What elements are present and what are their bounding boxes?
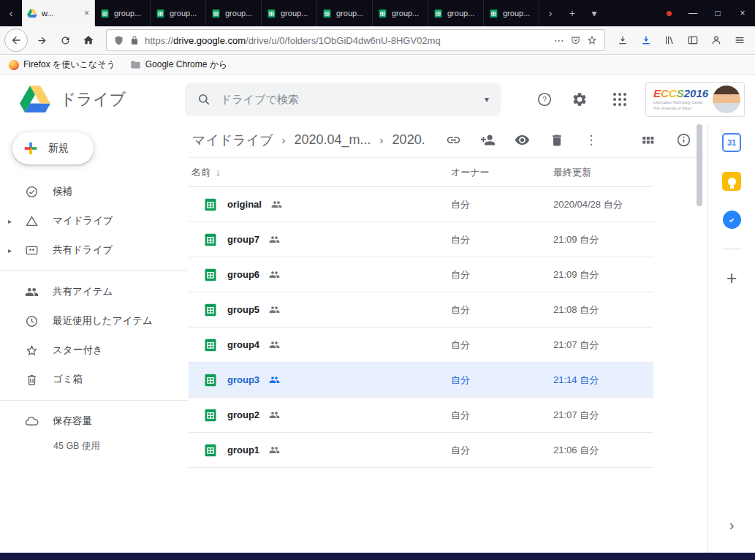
add-addon-button[interactable]: + (726, 269, 737, 287)
info-button[interactable] (675, 132, 691, 148)
breadcrumb-item[interactable]: 2020.04_m... (295, 132, 371, 148)
name-column-header[interactable]: 名前↓ (191, 166, 451, 179)
search-icon[interactable] (197, 92, 211, 107)
spreadsheet-favicon-icon (378, 9, 387, 18)
breadcrumb-item[interactable]: 2020. (392, 132, 425, 148)
account-badge[interactable]: ECCS2016 Information Technology Center T… (645, 82, 745, 117)
tab[interactable]: group... (317, 0, 373, 26)
chevron-left-icon: ‹ (10, 7, 13, 19)
table-row-selected[interactable]: group3 自分 21:14 自分 (189, 363, 653, 398)
tab[interactable]: group... (95, 0, 151, 26)
account-button[interactable] (705, 29, 727, 51)
bookmark-item[interactable]: Firefox を使いこなそう (9, 58, 115, 71)
google-apps-grid-button[interactable] (613, 93, 626, 106)
close-tab-icon[interactable]: × (84, 8, 89, 18)
sidebar-item-label: 共有ドライブ (53, 243, 113, 257)
maximize-button[interactable]: □ (705, 0, 730, 26)
table-row[interactable]: original 自分 2020/04/28 自分 (189, 187, 653, 222)
modified-column-header[interactable]: 最終更新 (553, 166, 653, 179)
forward-button[interactable] (31, 29, 53, 51)
tab[interactable]: group... (151, 0, 206, 26)
tasks-icon[interactable] (723, 211, 741, 229)
file-modified: 21:09 自分 (553, 268, 653, 281)
back-button[interactable] (4, 29, 28, 52)
downloads-tray-button[interactable] (612, 29, 634, 51)
avatar[interactable] (713, 86, 740, 113)
expand-arrow-icon[interactable]: ▸ (8, 217, 12, 225)
collapse-panel-chevron[interactable]: › (729, 517, 735, 534)
tab[interactable]: group... (428, 0, 484, 26)
sidebar-item-shared-drives[interactable]: ▸ 共有ドライブ (0, 235, 189, 265)
home-button[interactable] (77, 29, 99, 51)
get-link-button[interactable] (446, 132, 462, 148)
tab[interactable]: group... (373, 0, 428, 26)
expand-arrow-icon[interactable]: ▸ (8, 246, 12, 254)
pocket-icon[interactable] (570, 35, 581, 46)
more-actions-button[interactable]: ⋮ (583, 132, 599, 148)
minimize-button[interactable]: — (680, 0, 705, 26)
bookmark-star-icon[interactable] (586, 34, 598, 46)
url-host: drive.google.com (173, 35, 246, 46)
lightbulb-icon (728, 178, 736, 186)
tab[interactable]: group... (262, 0, 317, 26)
scroll-tabs-left-button[interactable]: ‹ (0, 0, 22, 26)
sidebar-item-recent[interactable]: 最近使用したアイテム (0, 306, 189, 336)
table-row[interactable]: group7 自分 21:09 自分 (189, 222, 653, 257)
delete-button[interactable] (549, 132, 565, 148)
sidebar-item-my-drive[interactable]: ▸ マイドライブ (0, 206, 189, 235)
share-button[interactable] (480, 132, 496, 148)
table-row[interactable]: group5 自分 21:08 自分 (189, 292, 653, 328)
tracking-shield-icon[interactable] (113, 35, 124, 46)
sidebar-item-shared-with-me[interactable]: 共有アイテム (0, 277, 189, 306)
table-row[interactable]: group4 自分 21:07 自分 (189, 328, 653, 363)
active-download-button[interactable] (635, 29, 657, 51)
preview-button[interactable] (515, 132, 531, 148)
download-arrow-icon (640, 34, 652, 46)
bookmark-folder[interactable]: Google Chrome から (130, 58, 228, 71)
page-actions-icon[interactable]: ⋯ (554, 34, 565, 46)
sidebar-item-starred[interactable]: スター付き (0, 336, 189, 365)
sort-down-icon[interactable]: ↓ (216, 167, 221, 178)
chevron-right-icon: › (549, 7, 553, 19)
library-button[interactable] (659, 29, 680, 51)
sidebar-item-trash[interactable]: ゴミ箱 (0, 365, 189, 394)
rail-divider (722, 249, 742, 249)
close-window-button[interactable]: × (730, 0, 755, 26)
tab[interactable]: group... (206, 0, 262, 26)
scroll-tabs-right-button[interactable]: › (539, 0, 561, 26)
keep-icon[interactable] (722, 172, 741, 191)
url-bar[interactable]: https://drive.google.com/drive/u/0/folde… (106, 29, 605, 51)
tab-active-drive[interactable]: w... × (22, 0, 95, 26)
table-row[interactable]: group6 自分 21:09 自分 (189, 257, 653, 292)
new-button[interactable]: 新規 (12, 132, 94, 164)
sidebar-toggle-button[interactable] (682, 29, 704, 51)
tab-bar: ‹ w... × group... group... group... grou… (0, 0, 755, 26)
search-options-caret-icon[interactable]: ▾ (485, 94, 489, 105)
new-tab-button[interactable]: + (561, 0, 583, 26)
owner-column-header[interactable]: オーナー (451, 166, 553, 179)
file-name: original (227, 199, 262, 210)
list-all-tabs-button[interactable]: ▾ (583, 0, 605, 26)
settings-button[interactable] (565, 85, 594, 114)
sidebar-item-priority[interactable]: 候補 (0, 177, 189, 206)
reload-button[interactable] (54, 29, 76, 51)
tab[interactable]: group... (484, 0, 539, 26)
side-panel-rail: 31 + › (707, 123, 755, 553)
breadcrumb-item[interactable]: マイドライブ (192, 132, 273, 149)
file-owner: 自分 (451, 268, 553, 281)
menu-button[interactable] (729, 29, 751, 51)
table-row[interactable]: group1 自分 21:06 自分 (189, 433, 653, 468)
sidebar-item-storage[interactable]: 保存容量 (0, 406, 189, 436)
file-modified: 21:07 自分 (553, 409, 653, 422)
vertical-scrollbar[interactable] (696, 123, 703, 553)
grid-view-button[interactable] (640, 132, 656, 148)
drive-logo-group[interactable]: ドライブ (20, 86, 185, 113)
search-bar[interactable]: ▾ (185, 83, 501, 116)
help-button[interactable]: ? (530, 85, 559, 114)
home-icon (83, 34, 94, 46)
search-input[interactable] (221, 93, 475, 105)
scrollbar-thumb[interactable] (697, 124, 702, 206)
lock-icon[interactable] (129, 35, 140, 45)
calendar-icon[interactable]: 31 (722, 133, 741, 152)
table-row[interactable]: group2 自分 21:07 自分 (189, 398, 653, 433)
